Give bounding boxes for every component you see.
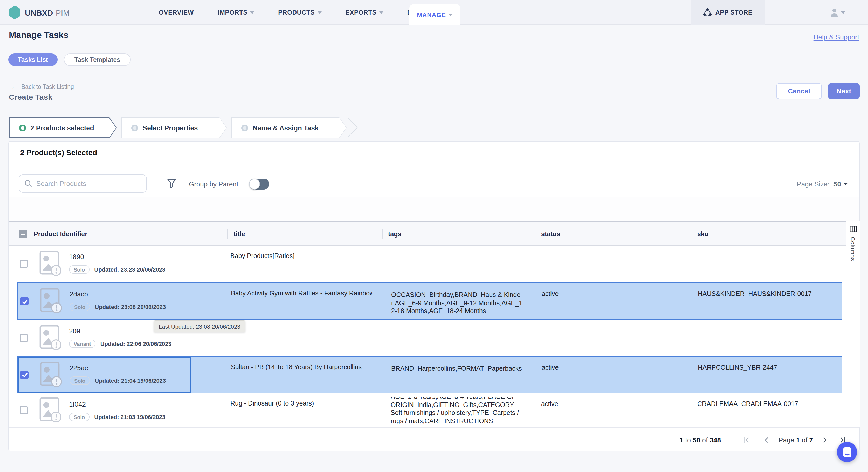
product-type-badge: Solo [69, 265, 90, 274]
column-header-status[interactable]: status [541, 222, 560, 246]
tab-tasks-list[interactable]: Tasks List [8, 54, 58, 66]
product-updated: Updated: 23:08 20/06/2023 [95, 304, 166, 310]
column-header-product-identifier[interactable]: Product Identifier [34, 222, 87, 246]
table-spacer-band [9, 197, 859, 221]
first-page-button[interactable] [744, 436, 750, 443]
nav-item-manage-active-tab[interactable]: MANAGE [409, 4, 460, 25]
table-footer: 1 to 50 of 348 Page 1 of 7 [9, 427, 859, 451]
table-row[interactable]: 1f042 Solo Updated: 21:03 19/06/2023 Rug… [17, 393, 842, 427]
next-page-button[interactable] [823, 436, 828, 443]
step-name-assign-task[interactable]: Name & Assign Task [231, 117, 347, 138]
app-store-button[interactable]: APP STORE [690, 0, 765, 25]
product-updated: Updated: 21:03 19/06/2023 [94, 414, 165, 420]
table-body: 1890 Solo Updated: 23:23 20/06/2023 Baby… [9, 245, 859, 427]
chevron-down-icon [317, 11, 321, 14]
app-store-network-icon [703, 8, 712, 17]
column-separator [691, 229, 692, 239]
product-type-badge: Solo [69, 377, 90, 385]
table-row[interactable]: 209 Variant Updated: 22:06 20/06/2023 [17, 320, 842, 356]
table-row[interactable]: 1890 Solo Updated: 23:23 20/06/2023 Baby… [17, 245, 842, 283]
cell-status: active [541, 290, 559, 298]
frozen-column-divider [191, 197, 191, 427]
cell-title: Baby Activity Gym with Rattles - Fantasy… [231, 290, 372, 297]
result-range: 1 to 50 of 348 [680, 436, 721, 444]
row-checkbox[interactable] [20, 334, 28, 342]
unbxd-pim-app: UNBXD PIM OVERVIEW IMPORTS PRODUCTS EXPO… [0, 0, 868, 472]
row-checkbox[interactable] [20, 260, 28, 268]
brand-name: UNBXD [25, 8, 53, 17]
step-products-selected[interactable]: 2 Products selected [9, 117, 117, 138]
product-cell: 2dacb Solo Updated: 23:08 20/06/2023 [18, 283, 191, 319]
product-id: 225ae [69, 364, 88, 372]
cell-title: Baby Products[Ratles] [230, 253, 371, 260]
brand-logo[interactable]: UNBXD PIM [8, 0, 69, 25]
chevron-down-icon [844, 183, 848, 185]
chat-messenger-button[interactable] [837, 442, 857, 462]
nav-item-overview[interactable]: OVERVIEW [159, 9, 194, 16]
table-row-selected[interactable]: 2dacb Solo Updated: 23:08 20/06/2023 Bab… [17, 283, 842, 320]
cell-sku: CRADLEMAA_CRADLEMAA-0017 [697, 400, 798, 408]
brand-hexagon-icon [8, 5, 21, 20]
cell-title: Rug - Dinosaur (0 to 3 years) [230, 400, 371, 407]
group-by-parent-toggle[interactable] [249, 179, 269, 189]
product-image-placeholder [39, 325, 63, 353]
select-all-checkbox[interactable] [19, 230, 27, 238]
column-header-tags[interactable]: tags [388, 222, 401, 246]
toggle-knob [249, 179, 260, 189]
table-row-selected[interactable]: 225ae Solo Updated: 21:04 19/06/2023 Sul… [17, 356, 842, 393]
columns-grid-icon [849, 226, 856, 232]
product-id: 1f042 [69, 400, 86, 408]
main-nav: OVERVIEW IMPORTS PRODUCTS EXPORTS DAM [159, 0, 422, 25]
nav-item-exports[interactable]: EXPORTS [345, 9, 383, 16]
product-cell: 225ae Solo Updated: 21:04 19/06/2023 [18, 357, 191, 392]
page-size-value: 50 [834, 180, 841, 188]
product-updated: Updated: 21:04 19/06/2023 [95, 378, 166, 384]
product-updated: Updated: 23:23 20/06/2023 [94, 266, 165, 273]
row-checkbox[interactable] [20, 406, 28, 414]
back-arrow-icon: ← [11, 83, 18, 90]
column-header-title[interactable]: title [234, 222, 245, 246]
user-menu[interactable] [829, 0, 845, 25]
tab-task-templates[interactable]: Task Templates [64, 54, 131, 66]
product-image-placeholder [39, 397, 63, 425]
wizard-stepper: 2 Products selected Select Properties Na… [9, 117, 354, 138]
cell-tags: BRAND_Harpercollins,FORMAT_Paperbacks [391, 365, 523, 384]
help-support-link[interactable]: Help & Support [813, 33, 859, 41]
cell-status: active [541, 400, 558, 408]
cell-sku: HARPCOLLINS_YBR-2447 [698, 364, 777, 371]
product-id: 2dacb [69, 290, 88, 298]
back-to-task-listing-link[interactable]: ← Back to Task Listing [11, 83, 74, 90]
create-task-heading: Create Task [9, 92, 53, 101]
column-separator [535, 229, 535, 239]
top-navbar: UNBXD PIM OVERVIEW IMPORTS PRODUCTS EXPO… [0, 0, 868, 25]
columns-settings-button[interactable]: Columns [846, 221, 860, 427]
nav-manage-label: MANAGE [417, 11, 446, 19]
column-separator [227, 229, 228, 239]
cell-sku: HAUS&KINDER_HAUS&KINDER-0017 [698, 290, 812, 298]
product-type-badge: Variant [69, 340, 96, 348]
search-icon [24, 180, 32, 187]
page-size-select[interactable]: 50 [834, 180, 848, 188]
page-title: Manage Tasks [9, 30, 68, 40]
column-header-sku[interactable]: sku [697, 222, 709, 246]
product-updated: Updated: 22:06 20/06/2023 [100, 341, 172, 347]
product-selection-panel: 2 Product(s) Selected Group by Parent Pa… [8, 141, 860, 451]
next-button[interactable]: Next [828, 83, 860, 99]
row-checkbox-checked[interactable] [20, 297, 29, 305]
row-checkbox-checked[interactable] [20, 371, 29, 379]
back-link-label: Back to Task Listing [21, 84, 74, 90]
filter-funnel-icon[interactable] [167, 179, 177, 190]
nav-products-label: PRODUCTS [278, 9, 315, 16]
cell-tags: AGE_2-3 Years,AGE_3-4 Years,PLACE OF ORI… [391, 397, 522, 425]
chevron-down-icon [448, 13, 453, 16]
cancel-button[interactable]: Cancel [776, 83, 822, 99]
nav-item-products[interactable]: PRODUCTS [278, 9, 321, 16]
cell-tags: OCCASION_Birthday,BRAND_Haus & Kinder,AG… [391, 291, 523, 319]
step-select-properties[interactable]: Select Properties [121, 117, 227, 138]
previous-page-button[interactable] [764, 436, 769, 443]
search-products-input[interactable] [36, 180, 135, 187]
nav-imports-label: IMPORTS [218, 9, 247, 16]
nav-item-imports[interactable]: IMPORTS [218, 9, 254, 16]
product-image-placeholder [39, 251, 63, 279]
user-avatar-icon [829, 7, 839, 18]
